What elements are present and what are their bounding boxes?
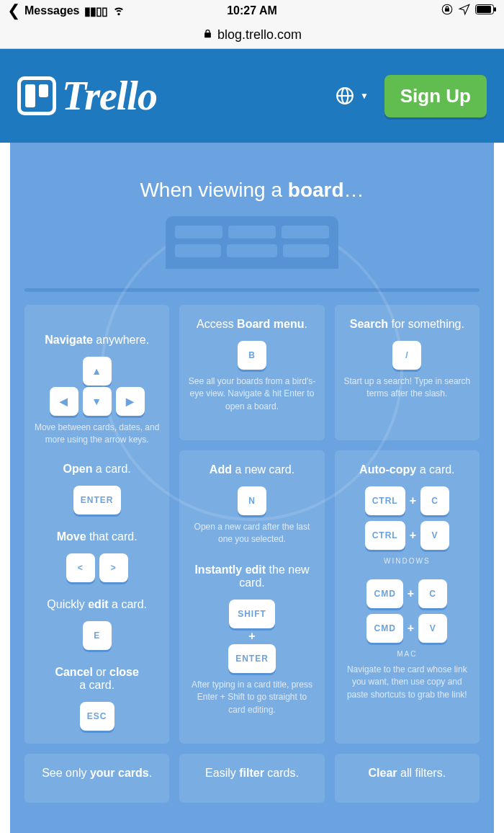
shortcuts-panel: When viewing a board… ✦ ✦ Navigate anywh… — [10, 143, 494, 833]
trello-logo-text: Trello — [62, 73, 157, 119]
rotation-lock-icon — [441, 3, 454, 19]
url-domain: blog.trello.com — [217, 27, 302, 43]
battery-icon — [475, 4, 497, 17]
key-gt: > — [99, 553, 128, 582]
card-navigate: Navigate anywhere. ▲ ◀ ▼ ▶ Move between … — [24, 305, 169, 744]
key-c: C — [420, 486, 449, 515]
back-app-label[interactable]: Messages — [24, 4, 80, 17]
card-search: Search for something. / Start up a searc… — [335, 305, 480, 440]
wifi-icon — [112, 2, 126, 19]
key-cmd: CMD — [366, 579, 402, 608]
lock-icon — [202, 27, 213, 43]
os-mac-label: MAC — [343, 650, 471, 658]
key-cmd2: CMD — [366, 614, 402, 643]
board-illustration: ✦ ✦ — [166, 216, 338, 281]
key-v: V — [420, 521, 449, 550]
key-ctrl2: CTRL — [365, 521, 405, 550]
location-icon — [458, 3, 471, 19]
card-autocopy: Auto-copy a card. CTRL + C CTRL + V WIND… — [335, 450, 480, 744]
svg-rect-3 — [494, 7, 496, 12]
divider — [24, 288, 480, 292]
svg-rect-2 — [477, 6, 491, 13]
card-add-edit: Add a new card. N Open a new card after … — [179, 450, 324, 744]
status-bar: ❮ Messages ▮▮▯▯ 10:27 AM — [0, 0, 504, 22]
page-body: When viewing a board… ✦ ✦ Navigate anywh… — [0, 143, 504, 833]
panel-title: When viewing a board… — [24, 179, 480, 202]
key-b: B — [238, 341, 266, 370]
back-to-app[interactable]: ❮ — [7, 3, 20, 19]
card-filter: Easily filter cards. — [179, 754, 324, 803]
key-slash: / — [392, 341, 421, 370]
globe-icon — [336, 86, 354, 105]
signup-button[interactable]: Sign Up — [384, 75, 487, 117]
key-esc: ESC — [80, 702, 114, 731]
key-lt: < — [66, 553, 95, 582]
key-up: ▲ — [83, 357, 112, 386]
key-enter: ENTER — [73, 486, 121, 514]
card-see-your-cards: See only your cards. — [24, 754, 169, 803]
status-right — [441, 3, 497, 19]
key-shift: SHIFT — [229, 600, 275, 628]
key-v2: V — [418, 614, 447, 643]
key-left: ◀ — [50, 387, 78, 416]
key-e: E — [83, 621, 112, 650]
language-selector[interactable]: ▼ — [336, 86, 369, 105]
plus-icon: + — [248, 630, 255, 643]
key-c2: C — [418, 579, 447, 608]
key-down: ▼ — [83, 387, 112, 416]
caret-down-icon: ▼ — [360, 91, 369, 101]
key-n: N — [238, 486, 266, 515]
status-left: ❮ Messages ▮▮▯▯ — [7, 2, 126, 19]
key-ctrl: CTRL — [365, 486, 405, 515]
site-header: Trello ▼ Sign Up — [0, 49, 504, 143]
clock: 10:27 AM — [227, 4, 277, 17]
trello-logo-icon — [17, 76, 56, 115]
key-right: ▶ — [116, 387, 145, 416]
key-enter2: ENTER — [228, 644, 276, 673]
shortcut-grid: Navigate anywhere. ▲ ◀ ▼ ▶ Move between … — [24, 305, 480, 803]
card-clear-filters: Clear all filters. — [335, 754, 480, 803]
os-windows-label: WINDOWS — [343, 557, 471, 565]
card-board-menu: Access Board menu. B See all your boards… — [179, 305, 324, 440]
trello-logo[interactable]: Trello — [17, 73, 157, 119]
safari-url-bar[interactable]: blog.trello.com — [0, 22, 504, 49]
cellular-signal-icon: ▮▮▯▯ — [84, 4, 107, 18]
